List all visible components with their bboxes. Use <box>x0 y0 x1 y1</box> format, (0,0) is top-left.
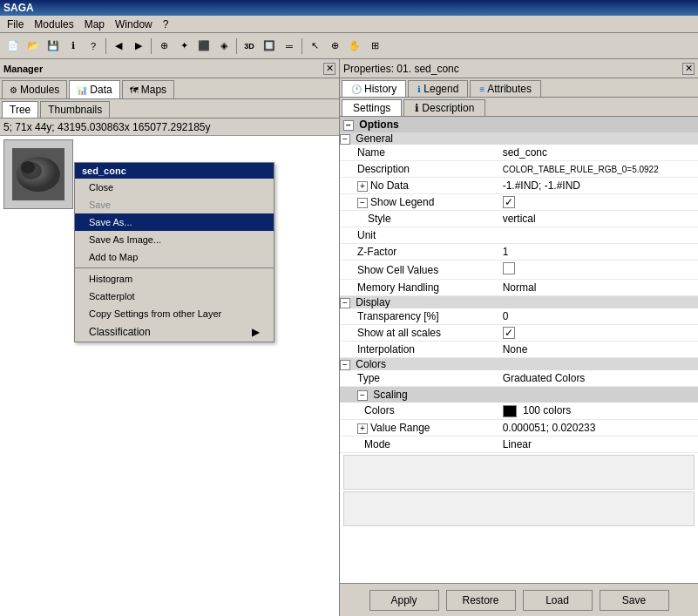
row-show-cell-values: Show Cell Values <box>340 261 698 280</box>
save-button[interactable]: Save <box>600 590 669 611</box>
colors-collapse-icon[interactable]: − <box>340 360 350 370</box>
row-description: Description COLOR_TABLE_RULE_RGB_0=5.092… <box>340 161 698 178</box>
memory-handling-value: Normal <box>499 280 698 296</box>
thumbnail-area <box>3 139 73 209</box>
ctx-arrow-icon: ▶ <box>252 326 260 338</box>
settings-tab-description[interactable]: ℹ Description <box>403 99 485 116</box>
sub-tab-bar: Tree Thumbnails <box>0 99 339 118</box>
tab-maps[interactable]: 🗺 Maps <box>122 80 174 98</box>
svg-point-3 <box>21 161 35 173</box>
toolbar-help-btn[interactable]: ? <box>84 37 103 56</box>
colors-field-label: Colors <box>340 403 499 419</box>
ctx-save-as[interactable]: Save As... <box>75 213 274 231</box>
sub-tab-thumbnails[interactable]: Thumbnails <box>40 101 110 118</box>
toolbar-select-btn[interactable]: ⊞ <box>365 37 384 56</box>
value-range-value: 0.000051; 0.020233 <box>499 419 698 436</box>
tab-attributes[interactable]: ≡ Attributes <box>470 80 541 97</box>
manager-header: Manager ✕ <box>0 59 339 78</box>
right-tab-bar: 🕐 History ℹ Legend ≡ Attributes <box>340 78 698 98</box>
row-colors: Colors 100 colors <box>340 403 698 419</box>
ctx-classification[interactable]: Classification ▶ <box>75 322 274 342</box>
toolbar-cursor-btn[interactable]: ↖ <box>305 37 324 56</box>
options-collapse-icon[interactable]: − <box>343 120 354 131</box>
tab-legend-label: Legend <box>424 83 458 95</box>
menu-file[interactable]: File <box>2 17 29 32</box>
row-interpolation: Interpolation None <box>340 342 698 358</box>
toolbar-save-btn[interactable]: 💾 <box>44 37 63 56</box>
right-panel: Properties: 01. sed_conc ✕ 🕐 History ℹ L… <box>340 59 698 616</box>
menu-help[interactable]: ? <box>158 17 174 32</box>
menu-window[interactable]: Window <box>110 17 158 32</box>
props-text-area-1 <box>343 455 695 490</box>
apply-button[interactable]: Apply <box>369 590 439 611</box>
toolbar-btn5[interactable]: ⬛ <box>194 37 213 56</box>
toolbar-new-btn[interactable]: 📄 <box>3 37 23 56</box>
toolbar-pan-btn[interactable]: ✋ <box>345 37 364 56</box>
toolbar-open-btn[interactable]: 📂 <box>24 37 43 56</box>
general-collapse-icon[interactable]: − <box>340 134 350 145</box>
description-icon: ℹ <box>415 102 419 114</box>
ctx-save-as-image[interactable]: Save As Image... <box>75 231 274 248</box>
settings-tab-settings[interactable]: Settings <box>342 99 402 116</box>
tab-data[interactable]: 📊 Data <box>69 80 119 98</box>
history-icon: 🕐 <box>351 85 362 94</box>
toolbar-btn6[interactable]: ◈ <box>214 37 234 56</box>
toolbar-btn3[interactable]: ⊕ <box>154 37 173 56</box>
toolbar-btn4[interactable]: ✦ <box>174 37 193 56</box>
menu-map[interactable]: Map <box>79 17 110 32</box>
display-collapse-icon[interactable]: − <box>340 298 350 308</box>
toolbar-back-btn[interactable]: ◀ <box>109 37 128 56</box>
zfactor-value: 1 <box>499 244 698 261</box>
ctx-save: Save <box>75 196 274 213</box>
toolbar-3d-btn[interactable]: 3D <box>240 37 259 56</box>
properties-close-btn[interactable]: ✕ <box>682 63 695 75</box>
settings-tab-label: Settings <box>353 102 390 114</box>
menu-modules[interactable]: Modules <box>29 17 78 32</box>
toolbar-info-btn[interactable]: ℹ <box>64 37 83 56</box>
tab-data-label: Data <box>90 84 112 96</box>
legend-expand-icon[interactable]: − <box>357 198 368 208</box>
nodata-expand-icon[interactable]: + <box>357 181 368 192</box>
left-content: sed_conc Close Save Save As... Save As I… <box>0 136 339 616</box>
manager-title: Manager <box>3 64 43 74</box>
transparency-label: Transparency [%] <box>340 308 499 325</box>
tab-modules[interactable]: ⚙ Modules <box>2 80 67 98</box>
interpolation-value: None <box>499 342 698 358</box>
toolbar-sep1 <box>105 38 106 54</box>
restore-button[interactable]: Restore <box>446 590 516 611</box>
ctx-add-to-map[interactable]: Add to Map <box>75 248 274 266</box>
show-legend-checkbox[interactable]: ✓ <box>503 196 515 208</box>
show-at-all-scales-value: ✓ <box>499 325 698 342</box>
show-cell-values-checkbox[interactable] <box>503 262 515 274</box>
manager-close-btn[interactable]: ✕ <box>323 63 335 75</box>
toolbar-forward-btn[interactable]: ▶ <box>129 37 148 56</box>
load-button[interactable]: Load <box>523 590 593 611</box>
ctx-histogram[interactable]: Histogram <box>75 270 274 288</box>
tab-history[interactable]: 🕐 History <box>342 80 406 97</box>
row-transparency: Transparency [%] 0 <box>340 308 698 325</box>
ctx-scatterplot[interactable]: Scatterplot <box>75 288 274 305</box>
settings-tab-bar: Settings ℹ Description <box>340 98 698 117</box>
properties-header: Properties: 01. sed_conc ✕ <box>340 59 698 78</box>
memory-handling-label: Memory Handling <box>340 280 499 296</box>
ctx-copy-settings[interactable]: Copy Settings from other Layer <box>75 305 274 322</box>
scaling-collapse-icon[interactable]: − <box>357 390 368 401</box>
show-cell-values-value <box>499 261 698 280</box>
tab-legend[interactable]: ℹ Legend <box>408 80 468 97</box>
toolbar-btn8[interactable]: ═ <box>280 37 299 56</box>
toolbar-btn7[interactable]: 🔲 <box>260 37 279 56</box>
type-label: Type <box>340 370 499 387</box>
maps-icon: 🗺 <box>130 85 139 95</box>
show-at-all-scales-checkbox[interactable]: ✓ <box>503 327 515 339</box>
legend-icon: ℹ <box>417 85 421 94</box>
properties-table: − Options − General Name sed_conc <box>340 117 698 453</box>
ctx-close[interactable]: Close <box>75 179 274 196</box>
sub-tab-tree[interactable]: Tree <box>2 101 38 118</box>
mode-value: Linear <box>499 436 698 452</box>
sub-tab-thumbnails-label: Thumbnails <box>48 104 102 116</box>
value-range-expand-icon[interactable]: + <box>357 423 368 434</box>
toolbar-zoom-btn[interactable]: ⊕ <box>325 37 344 56</box>
row-show-at-all-scales: Show at all scales ✓ <box>340 325 698 342</box>
subsection-display: − Display <box>340 296 698 309</box>
properties-title: Properties: 01. sed_conc <box>343 63 459 75</box>
